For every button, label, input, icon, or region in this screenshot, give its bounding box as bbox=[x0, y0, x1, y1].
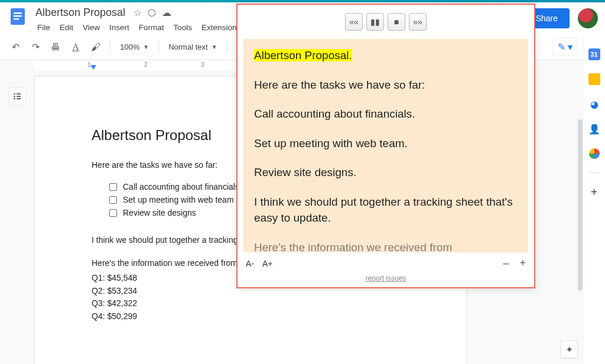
reader-current-line: Albertson Proposal. bbox=[254, 49, 352, 61]
document-outline-button[interactable] bbox=[8, 87, 26, 105]
menu-format[interactable]: Format bbox=[135, 21, 168, 34]
move-icon[interactable]: ⬡ bbox=[148, 7, 156, 18]
explore-button[interactable]: ✦ bbox=[560, 340, 578, 358]
add-addon-icon[interactable]: + bbox=[588, 186, 600, 198]
pencil-icon: ✎ bbox=[558, 41, 565, 53]
svg-rect-7 bbox=[17, 96, 21, 97]
quarter-line: Q3: $42,322 bbox=[92, 297, 409, 310]
font-decrease-button[interactable]: A- bbox=[246, 259, 254, 268]
checkbox-icon[interactable] bbox=[109, 209, 117, 217]
reader-footer: A- A+ – + bbox=[238, 252, 534, 274]
reader-line: I think we should put together a trackin… bbox=[254, 194, 518, 226]
paragraph-style-select[interactable]: Normal text▼ bbox=[165, 40, 220, 54]
cloud-status-icon[interactable]: ☁ bbox=[162, 7, 171, 18]
zoom-out-button[interactable]: – bbox=[503, 257, 509, 269]
menu-tools[interactable]: Tools bbox=[170, 21, 197, 34]
star-icon[interactable]: ☆ bbox=[134, 7, 142, 18]
reader-line: Review site designs. bbox=[254, 164, 518, 181]
maps-icon[interactable] bbox=[588, 148, 600, 160]
reader-line: Here's the information we received from bbox=[254, 239, 518, 252]
stop-button[interactable]: ■ bbox=[388, 13, 405, 31]
screen-reader-overlay: «« ▮▮ ■ »» Albertson Proposal. Here are … bbox=[236, 4, 535, 288]
redo-icon[interactable]: ↷ bbox=[27, 39, 44, 56]
editing-mode-button[interactable]: ✎▾ bbox=[552, 38, 578, 56]
menu-edit[interactable]: Edit bbox=[56, 21, 77, 34]
side-panel-separator bbox=[588, 173, 600, 173]
font-increase-button[interactable]: A+ bbox=[262, 259, 273, 268]
menu-bar: File Edit View Insert Format Tools Exten… bbox=[33, 21, 271, 34]
zoom-in-button[interactable]: + bbox=[519, 257, 526, 269]
tasks-icon[interactable]: ◕ bbox=[588, 98, 600, 110]
menu-view[interactable]: View bbox=[79, 21, 104, 34]
svg-rect-9 bbox=[17, 98, 21, 99]
document-title[interactable]: Albertson Proposal bbox=[33, 6, 128, 20]
forward-button[interactable]: »» bbox=[409, 13, 427, 31]
rewind-button[interactable]: «« bbox=[345, 13, 363, 31]
checkbox-icon[interactable] bbox=[109, 183, 117, 191]
account-avatar[interactable] bbox=[578, 8, 598, 28]
svg-rect-6 bbox=[14, 96, 15, 97]
quarter-line: Q4: $50,299 bbox=[92, 310, 409, 323]
ruler-tick: 2 bbox=[144, 61, 148, 68]
keep-icon[interactable] bbox=[588, 73, 600, 85]
svg-rect-5 bbox=[17, 93, 21, 95]
vertical-scrollbar[interactable] bbox=[578, 119, 583, 291]
docs-logo-icon[interactable] bbox=[7, 6, 28, 27]
svg-rect-2 bbox=[14, 15, 22, 17]
checkbox-icon[interactable] bbox=[109, 196, 117, 204]
reader-line: Set up meeting with web team. bbox=[254, 135, 518, 152]
reader-controls: «« ▮▮ ■ »» bbox=[238, 5, 534, 39]
svg-rect-1 bbox=[14, 12, 22, 14]
undo-icon[interactable]: ↶ bbox=[7, 39, 24, 56]
paint-format-icon[interactable]: 🖌 bbox=[87, 39, 104, 56]
spellcheck-icon[interactable]: A bbox=[67, 39, 84, 56]
reader-text-area[interactable]: Albertson Proposal. Here are the tasks w… bbox=[243, 39, 528, 252]
pause-button[interactable]: ▮▮ bbox=[366, 13, 384, 31]
print-icon[interactable]: 🖶 bbox=[47, 39, 64, 56]
contacts-icon[interactable]: 👤 bbox=[588, 123, 600, 135]
svg-rect-8 bbox=[14, 98, 15, 99]
report-issues-link[interactable]: report issues bbox=[238, 274, 534, 287]
menu-file[interactable]: File bbox=[33, 21, 54, 34]
calendar-icon[interactable]: 31 bbox=[588, 48, 600, 60]
svg-rect-3 bbox=[14, 18, 19, 20]
indent-marker-icon[interactable] bbox=[90, 65, 96, 70]
svg-rect-4 bbox=[14, 93, 15, 95]
google-side-panel: 31 ◕ 👤 + bbox=[583, 37, 605, 364]
reader-line: Call accounting about financials. bbox=[254, 106, 518, 122]
reader-line: Here are the tasks we have so far: bbox=[254, 77, 518, 93]
zoom-select[interactable]: 100%▼ bbox=[116, 40, 152, 54]
menu-insert[interactable]: Insert bbox=[105, 21, 134, 34]
ruler-tick: 3 bbox=[201, 61, 204, 68]
